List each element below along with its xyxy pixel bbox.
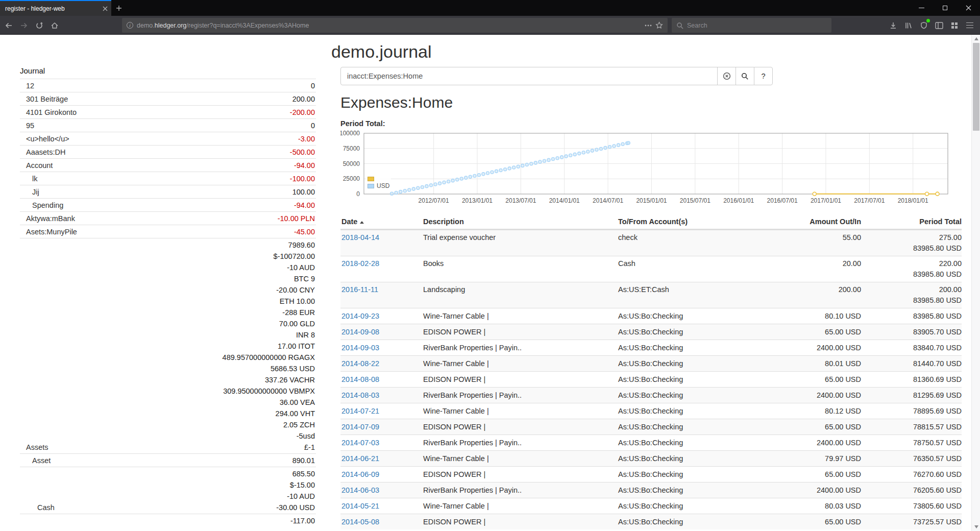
plus-icon [116, 5, 122, 11]
date-link[interactable]: 2014-09-23 [341, 312, 379, 320]
account-link[interactable]: 301 Beiträge [20, 93, 68, 105]
browser-search-field[interactable]: Search [672, 18, 831, 33]
scrollbar-thumb[interactable] [973, 43, 979, 131]
cell-amount: 80.01 USD [786, 358, 861, 369]
library-button[interactable] [901, 18, 916, 33]
account-balance: -45.00 [294, 226, 315, 237]
navigation-toolbar: demo.hledger.org/register?q=inacct%3AExp… [0, 16, 980, 35]
site-info-icon[interactable] [127, 22, 133, 29]
account-link[interactable]: Aaasets:DH [20, 147, 65, 158]
svg-text:2016/01/01: 2016/01/01 [723, 197, 754, 204]
account-link[interactable]: <u>hello</u> [20, 133, 69, 144]
balance-amount: INR 8 [223, 329, 315, 341]
date-link[interactable]: 2016-11-11 [341, 285, 378, 294]
date-link[interactable]: 2018-04-14 [341, 233, 379, 242]
browser-tab[interactable]: register - hledger-web [0, 0, 111, 16]
cell-amount: 79.97 USD [786, 453, 861, 464]
account-link[interactable]: Spending [20, 200, 63, 211]
balance-amount: $-100720.00 [223, 251, 315, 262]
legend-entry [368, 175, 389, 182]
search-help-button[interactable]: ? [754, 67, 773, 85]
page-actions-icon[interactable] [645, 25, 652, 27]
scroll-down-arrow-icon[interactable] [974, 525, 978, 528]
back-button[interactable] [1, 18, 16, 33]
minimize-icon [919, 8, 924, 8]
search-form: ? [340, 67, 773, 85]
balance-amount: -30.00 USD [276, 502, 315, 513]
date-link[interactable]: 2014-06-03 [341, 486, 379, 494]
cell-period-total: 78815.57 USD [861, 422, 962, 432]
home-icon [51, 21, 59, 30]
account-heading: Expenses:Home [340, 94, 453, 111]
scroll-up-arrow-icon[interactable] [974, 37, 978, 40]
reload-button[interactable] [32, 18, 47, 33]
home-button[interactable] [47, 18, 62, 33]
account-balance: -117.00 [290, 515, 315, 526]
window-close-button[interactable] [957, 0, 980, 16]
column-header-amount: Amount Out/In [786, 216, 861, 227]
journal-link[interactable]: Journal [20, 66, 316, 76]
svg-text:2013/07/01: 2013/07/01 [505, 197, 536, 204]
cell-date: 2014-05-21 [340, 501, 422, 511]
submit-search-button[interactable] [736, 67, 754, 85]
page-content: demo.journal Journal 120301 Beiträge200.… [0, 35, 971, 531]
menu-button[interactable] [962, 18, 977, 33]
cell-period-total: 81295.69 USD [861, 390, 962, 400]
account-link[interactable]: 95 [20, 120, 34, 131]
url-host: hledger.org [155, 22, 187, 29]
account-link[interactable]: 4101 Girokonto [20, 107, 77, 118]
window-minimize-button[interactable] [910, 0, 933, 16]
vertical-scrollbar[interactable] [971, 35, 980, 531]
bookmark-star-icon[interactable] [655, 21, 663, 29]
account-link[interactable]: Asset [20, 455, 51, 466]
forward-button[interactable] [16, 18, 32, 33]
date-link[interactable]: 2014-09-08 [341, 328, 379, 336]
account-link[interactable]: Assets [20, 442, 48, 453]
date-link[interactable]: 2014-08-03 [341, 391, 379, 399]
date-link[interactable]: 2014-09-03 [341, 344, 379, 352]
account-row: Asset890.01 [20, 453, 316, 467]
url-bar[interactable]: demo.hledger.org/register?q=inacct%3AExp… [122, 18, 668, 33]
balance-amount: -100.00 [290, 173, 315, 184]
balance-amount: -288 EUR [223, 307, 315, 318]
date-link[interactable]: 2014-08-08 [341, 375, 379, 383]
account-balance: -3.00 [298, 133, 315, 144]
account-link[interactable]: Cash [20, 502, 55, 513]
clear-query-button[interactable] [717, 67, 736, 85]
legend-label: USD [377, 182, 389, 189]
sidebar-toggle-button[interactable] [932, 18, 947, 33]
column-header-date[interactable]: Date [340, 216, 422, 227]
window-maximize-button[interactable] [933, 0, 957, 16]
svg-text:2017/01/01: 2017/01/01 [811, 197, 841, 204]
cell-description: RiverBank Properties | Payin.. [422, 390, 617, 400]
date-link[interactable]: 2014-07-21 [341, 407, 379, 415]
account-link[interactable]: Account [20, 160, 53, 171]
date-link[interactable]: 2014-05-21 [341, 502, 379, 510]
grid-button[interactable] [947, 18, 962, 33]
date-link[interactable]: 2014-07-03 [341, 439, 379, 447]
account-link[interactable]: Asets:MunyPile [20, 226, 77, 237]
new-tab-button[interactable] [111, 0, 127, 16]
account-balance: 200.00 [292, 93, 315, 105]
date-link[interactable]: 2018-02-28 [341, 259, 379, 268]
extension-button[interactable] [916, 18, 932, 33]
date-link[interactable]: 2014-07-09 [341, 423, 379, 431]
balance-amount: -10.00 PLN [278, 213, 315, 224]
date-link[interactable]: 2014-05-08 [341, 518, 379, 526]
tab-title: register - hledger-web [5, 5, 100, 12]
tab-close-icon[interactable] [103, 6, 108, 11]
table-row: 2014-07-09EDISON POWER |As:US:Bo:Checkin… [340, 419, 962, 435]
date-link[interactable]: 2014-08-22 [341, 359, 379, 368]
period-total-line: 73805.60 USD [861, 501, 962, 511]
account-link[interactable]: Aktywa:mBank [20, 213, 75, 224]
date-link[interactable]: 2014-06-09 [341, 470, 379, 478]
downloads-button[interactable] [886, 18, 901, 33]
account-link[interactable]: Jij [20, 186, 39, 198]
account-link[interactable]: 12 [20, 80, 34, 91]
date-link[interactable]: 2014-06-21 [341, 454, 379, 463]
cell-amount: 65.00 USD [786, 422, 861, 432]
account-link[interactable]: lk [20, 173, 37, 184]
table-row: 2014-06-09EDISON POWER |As:US:Bo:Checkin… [340, 466, 962, 482]
query-input[interactable] [340, 67, 718, 85]
cell-description: EDISON POWER | [422, 374, 617, 384]
